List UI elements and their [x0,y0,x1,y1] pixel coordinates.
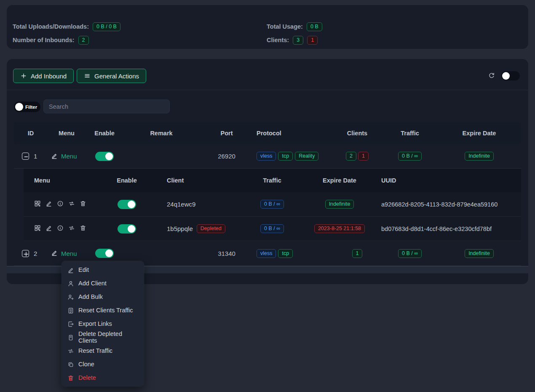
client-enable-toggle[interactable] [118,200,136,209]
traffic-badge: 0 B / ∞ [398,249,422,258]
menu-item-delete-depleted-clients[interactable]: Delete Depleted Clients [62,330,144,344]
header-remark: Remark [123,130,199,137]
header-enable: Enable [86,130,123,137]
search-input[interactable] [43,99,170,113]
inbound-id: 2 [34,250,37,257]
client-uuid: a926682d-8205-4113-832d-879e4ea59160 [375,201,521,208]
info-icon[interactable] [57,225,65,233]
total-usage-value: 0 B [307,22,322,31]
clients-active-badge: 2 [346,152,356,161]
toolbar: Add Inbound General Actions [13,69,146,83]
client-row-1: 24q1ewc9 0 B / ∞ Indefinite a926682d-820… [24,192,521,217]
toggle-knob [128,225,135,233]
qrcode-icon[interactable] [34,225,43,233]
filter-toggle-label: Filter [25,105,37,110]
menu-item-export-links[interactable]: Export Links [62,317,144,330]
user-add-icon [67,294,74,300]
client-traffic-badge: 0 B / ∞ [260,224,284,233]
clients-table-header: Menu Enable Client Traffic Expire Date U… [24,169,521,192]
edit-client-icon[interactable] [45,225,54,233]
inbound-port: 31340 [199,250,254,257]
filter-toggle-knob [15,103,23,111]
header-port: Port [199,130,254,137]
trash-icon [67,375,74,381]
auto-refresh-toggle[interactable] [501,71,520,81]
inbound-row-1: 1 Menu 26920 vless tcp Reality 2 1 0 B /… [14,144,521,169]
menu-item-label: Add Bulk [78,293,103,300]
clients-subtable: Menu Enable Client Traffic Expire Date U… [24,169,521,241]
refresh-icon[interactable] [488,72,496,80]
expire-badge: Indefinite [465,152,494,161]
plus-icon [20,72,27,79]
general-actions-button[interactable]: General Actions [77,69,146,83]
menu-item-reset-clients-traffic[interactable]: Reset Clients Traffic [62,303,144,317]
info-icon[interactable] [57,200,65,209]
file-check-icon [67,307,74,314]
header-menu: Menu [48,130,86,137]
menu-item-label: Add Client [78,280,107,287]
menu-item-label: Reset Clients Traffic [78,307,133,314]
inbound-menu-button[interactable]: Menu [48,153,86,160]
menu-item-clone[interactable]: Clone [62,357,144,371]
protocol-tag-vless: vless [257,249,276,258]
qrcode-icon[interactable] [34,200,43,209]
inbound-menu-label: Menu [61,153,77,160]
header-client: Client [150,177,241,184]
inbound-enable-toggle[interactable] [95,152,114,161]
client-traffic-badge: 0 B / ∞ [260,200,284,209]
top-controls [488,71,520,81]
reset-traffic-icon[interactable] [68,200,77,209]
clients-active-count: 3 [293,36,303,45]
header-traffic: Traffic [383,130,437,137]
header-clients: Clients [332,130,383,137]
stat-total-uploads-downloads: Total Uploads/Downloads: 0 B / 0 B [13,21,120,32]
header-client-traffic: Traffic [241,177,304,184]
edit-icon [67,267,74,273]
menu-item-add-bulk[interactable]: Add Bulk [62,290,144,303]
minus-icon [23,153,28,159]
depleted-badge: Depleted [197,224,225,233]
toggle-knob [128,201,135,208]
toggle-knob [105,153,113,160]
stat-clients: Clients: 3 1 [267,35,318,45]
filter-toggle[interactable]: Filter [14,102,40,112]
inbound-enable-toggle[interactable] [95,249,114,258]
inbound-menu-label: Menu [61,250,77,257]
header-id: ID [14,130,48,137]
client-name: 24q1ewc9 [167,201,195,208]
edit-client-icon[interactable] [45,200,54,209]
protocol-tag-reality: Reality [295,152,318,161]
inbounds-count-value: 2 [78,36,89,45]
toolbar-divider [7,90,528,90]
menu-item-delete[interactable]: Delete [62,371,144,384]
edit-pencil-icon [51,250,59,257]
expand-row-button[interactable] [22,250,29,257]
client-expire-badge: 2023-8-25 21:1:58 [314,224,365,233]
toggle-knob [502,72,510,80]
menu-item-edit[interactable]: Edit [62,263,144,277]
delete-client-icon[interactable] [80,225,88,233]
stat-total-usage: Total Usage: 0 B [267,21,322,32]
header-client-enable: Enable [104,177,150,184]
add-inbound-button[interactable]: Add Inbound [13,69,74,83]
bin-lines-icon [67,334,74,341]
menu-item-label: Edit [78,266,89,273]
clients-label: Clients: [267,37,289,43]
client-enable-toggle[interactable] [118,224,136,234]
menu-item-add-client[interactable]: Add Client [62,277,144,290]
uploads-downloads-label: Total Uploads/Downloads: [13,23,89,30]
collapse-row-button[interactable] [22,153,29,160]
user-icon [67,280,74,287]
inbound-menu-button[interactable]: Menu [48,250,86,257]
menu-item-reset-traffic[interactable]: Reset Traffic [62,344,144,357]
delete-client-icon[interactable] [80,200,88,209]
total-usage-label: Total Usage: [267,23,303,30]
menu-item-label: Delete [78,374,96,381]
uploads-downloads-value: 0 B / 0 B [93,22,120,31]
inbounds-panel: Add Inbound General Actions Filter ID Me… [7,59,528,284]
clients-depleted-count: 1 [307,36,318,45]
client-name: 1b5ppqle [167,225,193,232]
protocol-tag-tcp: tcp [278,249,293,258]
reset-traffic-icon[interactable] [68,225,77,233]
header-client-uuid: UUID [375,177,521,184]
